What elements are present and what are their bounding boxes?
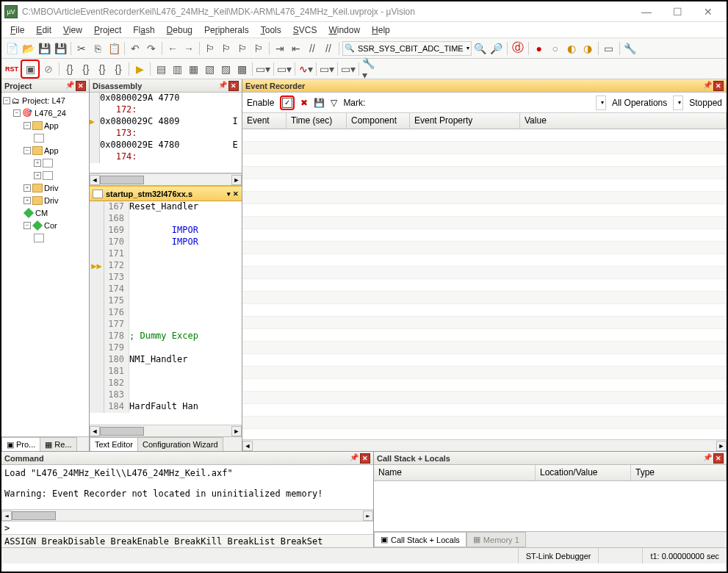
redo-icon[interactable]: ↷ bbox=[144, 41, 159, 56]
find-dropdown[interactable]: 🔍SSR_SYS_CBIT_ADC_TIME▾ bbox=[342, 41, 472, 56]
cut-icon[interactable]: ✂ bbox=[74, 41, 89, 56]
debug-icon[interactable]: ⓓ bbox=[511, 41, 525, 56]
outdent-icon[interactable]: ⇤ bbox=[289, 41, 303, 56]
col-event-property[interactable]: Event Property bbox=[410, 113, 520, 129]
new-file-icon[interactable]: 📄 bbox=[4, 41, 19, 56]
bookmark-clear-icon[interactable]: 🏳 bbox=[251, 41, 266, 56]
menu-tools[interactable]: Tools bbox=[255, 24, 287, 37]
menu-help[interactable]: Help bbox=[366, 24, 396, 37]
col-name[interactable]: Name bbox=[374, 465, 536, 480]
close-icon[interactable]: ✕ bbox=[713, 81, 724, 91]
code-file-tab[interactable]: startup_stm32l476xx.s ▾ ✕ bbox=[90, 185, 242, 201]
clear-icon[interactable]: ✖ bbox=[300, 98, 308, 108]
col-component[interactable]: Component bbox=[347, 113, 410, 129]
project-tree[interactable]: −🗂 Project: L47 −🎯 L476_24 −App −App + +… bbox=[1, 93, 89, 436]
window-icon[interactable]: ▭ bbox=[602, 41, 616, 56]
menu-svcs[interactable]: SVCS bbox=[287, 24, 323, 37]
breakpoint-toggle-icon[interactable]: ○ bbox=[548, 41, 563, 56]
close-icon[interactable]: ✕ bbox=[360, 453, 370, 464]
system-viewer-icon[interactable]: ▭▾ bbox=[341, 62, 356, 76]
col-time[interactable]: Time (sec) bbox=[286, 113, 347, 129]
command-window-icon[interactable]: ▤ bbox=[154, 62, 168, 76]
analysis-window-icon[interactable]: ∿▾ bbox=[298, 62, 313, 76]
memory-window-icon[interactable]: ▭▾ bbox=[256, 62, 270, 76]
code-hscroll[interactable]: ◄► bbox=[90, 425, 242, 436]
tab-config-wizard[interactable]: Configuration Wizard bbox=[137, 437, 223, 451]
operations-dropdown[interactable]: ▾ bbox=[596, 96, 606, 110]
filter-icon[interactable]: ▽ bbox=[331, 98, 337, 108]
pin-icon[interactable]: 📌 bbox=[350, 453, 358, 464]
run-button[interactable]: ▣ bbox=[23, 62, 37, 76]
maximize-button[interactable]: ☐ bbox=[662, 2, 693, 21]
tab-text-editor[interactable]: Text Editor bbox=[90, 437, 138, 451]
tab-registers[interactable]: ▦Re... bbox=[40, 437, 76, 451]
indent-icon[interactable]: ⇥ bbox=[273, 41, 287, 56]
menu-flash[interactable]: Flash bbox=[127, 24, 160, 37]
comment-icon[interactable]: // bbox=[305, 41, 320, 56]
command-output[interactable]: Load "L476_24MHz_Keil\\L476_24MHz_Keil.a… bbox=[1, 465, 373, 521]
disasm-window-icon[interactable]: ▥ bbox=[170, 62, 184, 76]
callstack-body[interactable] bbox=[374, 481, 727, 531]
reset-button[interactable]: RST bbox=[4, 62, 19, 76]
toolbox-icon[interactable]: 🔧▾ bbox=[362, 62, 377, 76]
stop-button[interactable]: ⊘ bbox=[41, 62, 56, 76]
menu-file[interactable]: File bbox=[4, 24, 30, 37]
symbols-window-icon[interactable]: ▦ bbox=[186, 62, 201, 76]
nav-fwd-icon[interactable]: → bbox=[181, 41, 196, 56]
paste-icon[interactable]: 📋 bbox=[107, 41, 121, 56]
bookmark-icon[interactable]: 🏳 bbox=[203, 41, 217, 56]
disasm-hscroll[interactable]: ◄► bbox=[90, 173, 242, 185]
command-input[interactable]: > bbox=[1, 521, 373, 534]
state-dropdown[interactable]: ▾ bbox=[673, 96, 683, 110]
step-icon[interactable]: {} bbox=[62, 62, 77, 76]
config-icon[interactable]: 🔧 bbox=[623, 41, 638, 56]
menu-project[interactable]: Project bbox=[88, 24, 127, 37]
uncomment-icon[interactable]: // bbox=[321, 41, 336, 56]
close-button[interactable]: ✕ bbox=[693, 2, 724, 21]
col-type[interactable]: Type bbox=[631, 465, 727, 480]
menu-edit[interactable]: Edit bbox=[30, 24, 57, 37]
disassembly-view[interactable]: 0x0800029A 4770 172:▶0x0800029C 4809 I 1… bbox=[90, 93, 242, 173]
menu-window[interactable]: Window bbox=[322, 24, 366, 37]
pin-icon[interactable]: 📌 bbox=[65, 81, 74, 91]
pin-icon[interactable]: 📌 bbox=[703, 81, 712, 91]
serial-window-icon[interactable]: ▭▾ bbox=[277, 62, 292, 76]
copy-icon[interactable]: ⎘ bbox=[90, 41, 105, 56]
run-to-cursor-icon[interactable]: {} bbox=[111, 62, 126, 76]
event-recorder-grid[interactable] bbox=[242, 129, 727, 439]
close-icon[interactable]: ✕ bbox=[76, 81, 86, 91]
breakpoint-disable-icon[interactable]: ◐ bbox=[564, 41, 579, 56]
save-icon[interactable]: 💾 bbox=[314, 98, 325, 108]
trace-window-icon[interactable]: ▭▾ bbox=[320, 62, 334, 76]
step-out-icon[interactable]: {} bbox=[95, 62, 109, 76]
col-event[interactable]: Event bbox=[242, 113, 286, 129]
pin-icon[interactable]: 📌 bbox=[218, 81, 227, 91]
save-icon[interactable]: 💾 bbox=[37, 41, 51, 56]
breakpoint-kill-icon[interactable]: ◑ bbox=[580, 41, 595, 56]
event-recorder-hscroll[interactable]: ◄► bbox=[242, 439, 727, 451]
find-next-icon[interactable]: 🔎 bbox=[489, 41, 504, 56]
callstack-window-icon[interactable]: ▨ bbox=[218, 62, 233, 76]
breakpoint-insert-icon[interactable]: ● bbox=[532, 41, 547, 56]
watch-window-icon[interactable]: ▩ bbox=[234, 62, 249, 76]
nav-back-icon[interactable]: ← bbox=[165, 41, 180, 56]
registers-window-icon[interactable]: ▧ bbox=[202, 62, 217, 76]
save-all-icon[interactable]: 💾 bbox=[53, 41, 68, 56]
code-editor[interactable]: 167Reset_Handler168169 IMPOR170 IMPOR171… bbox=[90, 201, 242, 425]
enable-checkbox[interactable]: ✓ bbox=[282, 98, 292, 108]
undo-icon[interactable]: ↶ bbox=[128, 41, 143, 56]
bookmark-prev-icon[interactable]: 🏳 bbox=[219, 41, 234, 56]
pin-icon[interactable]: 📌 bbox=[703, 453, 712, 464]
show-next-icon[interactable]: ▶ bbox=[132, 62, 147, 76]
menu-view[interactable]: View bbox=[57, 24, 88, 37]
open-icon[interactable]: 📂 bbox=[21, 41, 35, 56]
menu-debug[interactable]: Debug bbox=[161, 24, 198, 37]
minimize-button[interactable]: — bbox=[631, 2, 662, 21]
find-prev-icon[interactable]: 🔍 bbox=[473, 41, 488, 56]
tab-project[interactable]: ▣Pro... bbox=[1, 437, 40, 451]
col-location[interactable]: Location/Value bbox=[536, 465, 631, 480]
tab-memory1[interactable]: ▦Memory 1 bbox=[466, 532, 526, 547]
step-over-icon[interactable]: {} bbox=[79, 62, 93, 76]
col-value[interactable]: Value bbox=[520, 113, 727, 129]
bookmark-next-icon[interactable]: 🏳 bbox=[235, 41, 250, 56]
